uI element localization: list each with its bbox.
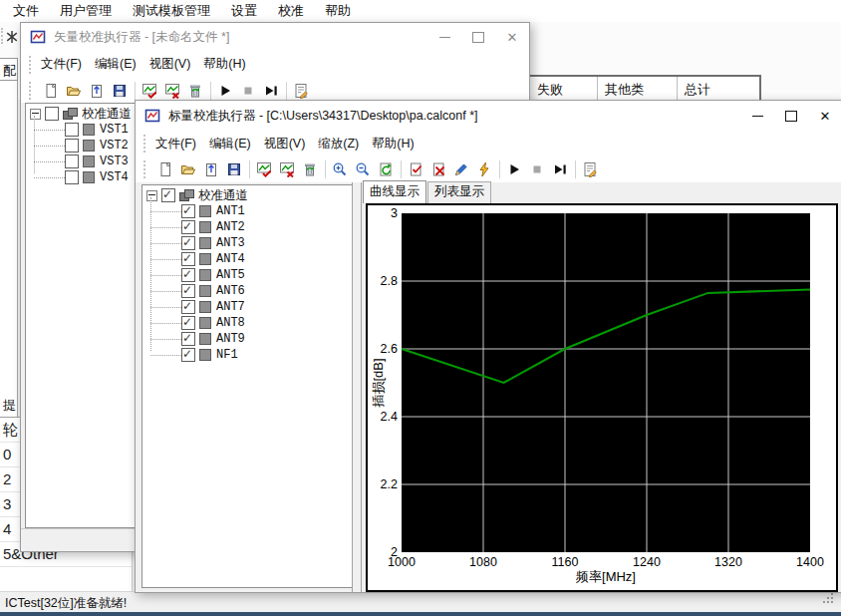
doc-cross-button[interactable] (428, 159, 448, 179)
chart-apply-button[interactable] (254, 159, 274, 179)
zoom-in-button[interactable] (330, 159, 350, 179)
checkbox[interactable] (181, 284, 195, 298)
toolbar-gripper[interactable] (29, 82, 34, 100)
tree-stub (34, 177, 65, 178)
menu-item[interactable]: 文件(F) (41, 56, 82, 73)
doc-check-button[interactable] (406, 159, 425, 179)
checkbox[interactable] (45, 107, 59, 121)
chart-remove-button[interactable] (162, 81, 182, 101)
checkbox[interactable] (181, 348, 195, 362)
edit-button[interactable] (451, 159, 471, 179)
maximize-button[interactable] (461, 23, 495, 51)
tree-stub (150, 323, 181, 324)
resize-grip[interactable] (823, 593, 834, 604)
checkbox[interactable] (181, 300, 195, 314)
open-button[interactable] (178, 159, 198, 179)
export-button[interactable] (87, 81, 107, 101)
svg-text:2.4: 2.4 (381, 410, 398, 424)
checkbox[interactable] (181, 252, 195, 266)
tree-item-ant1[interactable]: ANT1 (142, 203, 353, 219)
expander-icon[interactable] (30, 109, 41, 120)
step-button[interactable] (261, 81, 281, 101)
new-button[interactable] (41, 81, 61, 101)
tree-item-ant3[interactable]: ANT3 (142, 235, 353, 251)
checkbox[interactable] (161, 188, 175, 202)
close-button[interactable]: ✕ (808, 101, 841, 131)
config-new-icon[interactable] (4, 29, 20, 45)
insertion-loss-chart[interactable]: 22.22.42.62.83100010801160124013201400频率… (366, 203, 838, 592)
menu-item[interactable]: 帮助(H) (203, 56, 245, 73)
tree-item-ant4[interactable]: ANT4 (142, 251, 353, 267)
checkbox[interactable] (181, 316, 195, 330)
toolbar-gripper[interactable] (143, 160, 148, 178)
tab-curve-view[interactable]: 曲线显示 (363, 180, 426, 203)
tree-item-ant7[interactable]: ANT7 (142, 299, 353, 315)
step-button[interactable] (550, 159, 570, 179)
run-button[interactable] (504, 159, 524, 179)
tree-item-nf1[interactable]: NF1 (142, 347, 353, 363)
tree-root[interactable]: 校准通道 (142, 187, 353, 203)
menu-item[interactable]: 帮助(H) (372, 136, 414, 153)
menu-item[interactable]: 帮助 (325, 2, 351, 20)
checkbox[interactable] (65, 123, 79, 137)
maximize-button[interactable] (774, 101, 808, 131)
menu-gripper[interactable] (143, 135, 148, 153)
checkbox[interactable] (65, 154, 79, 168)
checkbox[interactable] (65, 139, 79, 153)
stop-button[interactable] (238, 81, 258, 101)
delete-button[interactable] (300, 159, 320, 179)
expander-icon[interactable] (146, 190, 157, 201)
tree-item-ant6[interactable]: ANT6 (142, 283, 353, 299)
checkbox[interactable] (181, 204, 195, 218)
delete-button[interactable] (185, 81, 205, 101)
vector-title-bar[interactable]: 矢量校准执行器 - [未命名文件 *] ✕ (21, 23, 529, 51)
minimize-button[interactable] (427, 23, 461, 51)
view-tabs: 曲线显示列表显示 (363, 182, 492, 203)
checkbox[interactable] (181, 332, 195, 346)
stop-button[interactable] (527, 159, 547, 179)
menu-gripper[interactable] (29, 56, 34, 74)
tree-item-ant9[interactable]: ANT9 (142, 331, 353, 347)
tree-item-label: NF1 (216, 348, 238, 362)
toolbar-gripper[interactable] (1, 28, 3, 44)
chart-remove-button[interactable] (277, 159, 297, 179)
zoom-out-button[interactable] (353, 159, 373, 179)
flash-button[interactable] (474, 159, 494, 179)
menu-item[interactable]: 视图(V) (264, 136, 306, 153)
new-button[interactable] (155, 159, 175, 179)
scalar-body: 校准通道ANT1ANT2ANT3ANT4ANT5ANT6ANT7ANT8ANT9… (136, 182, 841, 592)
close-button[interactable]: ✕ (495, 23, 529, 51)
chart-apply-button[interactable] (140, 81, 159, 101)
menu-item[interactable]: 视图(V) (149, 56, 191, 73)
checkbox[interactable] (181, 236, 195, 250)
tab-list-view[interactable]: 列表显示 (427, 181, 491, 203)
report-button[interactable] (580, 159, 600, 179)
menu-item[interactable]: 设置 (231, 2, 257, 20)
save-button[interactable] (224, 159, 244, 179)
minimize-button[interactable] (740, 101, 774, 131)
save-button[interactable] (110, 81, 130, 101)
channel-icon (199, 269, 211, 281)
panel-splitter[interactable] (352, 182, 362, 592)
checkbox[interactable] (181, 220, 195, 234)
checkbox[interactable] (65, 170, 79, 184)
open-button[interactable] (64, 81, 84, 101)
menu-item[interactable]: 测试模板管理 (133, 2, 210, 20)
menu-item[interactable]: 编辑(E) (209, 136, 251, 153)
checkbox[interactable] (181, 268, 195, 282)
tree-item-ant2[interactable]: ANT2 (142, 219, 353, 235)
menu-item[interactable]: 用户管理 (60, 2, 112, 20)
menu-item[interactable]: 文件 (13, 2, 39, 20)
export-button[interactable] (201, 159, 221, 179)
menu-item[interactable]: 编辑(E) (95, 56, 137, 73)
menu-item[interactable]: 文件(F) (155, 136, 196, 153)
tree-item-ant5[interactable]: ANT5 (142, 267, 353, 283)
scalar-title-bar[interactable]: 标量校准执行器 - [C:\Users\34317\Desktop\pa.cal… (136, 101, 841, 131)
refresh-button[interactable] (376, 159, 396, 179)
tree-item-ant8[interactable]: ANT8 (142, 315, 353, 331)
tab-config[interactable]: 配 (0, 58, 18, 81)
menu-item[interactable]: 缩放(Z) (318, 136, 359, 153)
report-button[interactable] (291, 81, 311, 101)
run-button[interactable] (215, 81, 235, 101)
menu-item[interactable]: 校准 (278, 2, 304, 20)
